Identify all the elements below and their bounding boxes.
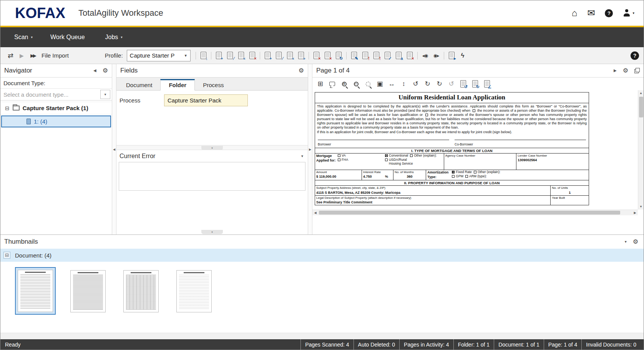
expand-panel-icon[interactable]: ▶ [614,69,617,73]
gear-icon[interactable]: ⚙ [623,68,628,74]
page-image-view[interactable]: Uniform Residential Loan Application Thi… [312,90,638,210]
process-batch-icon[interactable]: ϟ [457,50,468,61]
tree-item-document[interactable]: 1: (4) [1,116,111,127]
tab-document[interactable]: Document [118,79,160,90]
shortcuts-icon[interactable]: ⇄ [5,50,16,61]
separator[interactable] [417,52,418,59]
bottom-collapse-handle[interactable]: ▾ [116,229,308,234]
refresh-icon[interactable]: ↺ [446,79,457,89]
zoom-in-icon[interactable]: + [339,79,350,89]
delete-document-icon[interactable]: × [322,50,333,61]
note-page-icon[interactable]: ✎ [349,50,360,61]
document-type-select[interactable]: Select a document type... ▼ [0,89,112,101]
chevron-down-icon[interactable]: ▾ [301,154,303,158]
help-icon[interactable]: ? [605,9,613,17]
export-icon[interactable]: ▸ [446,50,457,61]
home-icon[interactable]: ⌂ [572,8,578,18]
play-icon[interactable]: ▶ [16,50,27,61]
checkbox-option: Fixed Rate [452,170,472,174]
vertical-scrollbar[interactable]: ▲ ▼ [638,90,644,210]
ocr-page-icon[interactable]: a [393,50,404,61]
chevron-down-icon[interactable]: ▼ [100,90,110,99]
create-document-icon[interactable]: + [262,50,273,61]
profile-select[interactable]: Capture Starter P ▼ [127,50,191,61]
merge-document-icon[interactable]: « [284,50,295,61]
rotate-page-right-icon[interactable]: ↻ [470,79,481,89]
tab-process[interactable]: Process [195,79,232,90]
delete-folder-icon[interactable]: × [247,50,258,61]
split-folder-icon[interactable]: ∕ [224,50,236,61]
gear-icon[interactable]: ⚙ [103,68,108,74]
splitter-fields[interactable]: ▶ [308,64,312,234]
separator[interactable] [196,52,196,59]
collapse-panel-icon[interactable]: ◀ [93,69,96,73]
menu-jobs[interactable]: Jobs ▾ [105,34,123,41]
rotate-ccw-icon[interactable]: ↺ [410,79,421,89]
rotate-cw-icon[interactable]: ↻ [422,79,433,89]
hide-rejected-icon[interactable]: ◉▸ [431,50,442,61]
show-rejected-icon[interactable]: ◂◉ [420,50,431,61]
zoom-select-icon[interactable] [362,79,373,89]
horizontal-scrollbar[interactable]: ◀ ▶ [312,210,638,215]
separator[interactable] [346,52,347,59]
comment-icon[interactable] [327,79,338,89]
collapse-node-icon[interactable]: ⊟ [5,106,10,111]
split-document-icon[interactable]: ∕ [273,50,284,61]
document-glyph: ▸ [449,52,455,59]
clear-review-icon[interactable]: × [404,50,415,61]
menu-scan[interactable]: Scan ▾ [14,34,33,41]
create-folder-icon[interactable]: + [213,50,224,61]
delete-page-icon[interactable]: × [311,50,322,61]
collapse-handle[interactable]: ▾ [201,146,223,150]
thumbnail-page-1[interactable] [15,267,56,315]
thumbnails-scrollbar[interactable] [0,333,644,339]
scrollbar-thumb[interactable] [639,97,643,117]
import-file-icon[interactable]: ↓ [198,50,209,61]
process-field-input[interactable]: Capture Starter Pack [164,94,248,106]
rotate-180-icon[interactable]: ↻ [434,79,445,89]
chevron-down-icon[interactable]: ▾ [625,240,627,244]
checkbox-option: Conventional [385,154,408,158]
separator[interactable] [309,52,309,59]
fast-forward-icon[interactable]: ▶▶ [27,50,38,61]
horizontal-splitter[interactable]: ▾ [116,145,308,150]
thumbnail-page-2[interactable] [67,267,109,315]
tree-item-folder[interactable]: ⊟ Capture Starter Pack (1) [0,102,112,114]
scroll-up-icon[interactable]: ▲ [638,90,644,96]
zoom-out-icon[interactable]: − [350,79,362,89]
help-icon[interactable]: ? [631,51,639,60]
thumbnail-page-3[interactable] [120,267,162,315]
reject-page-icon[interactable]: ! [360,50,371,61]
scroll-left-icon[interactable]: ◀ [312,210,318,216]
thumbnail-page-4[interactable] [173,267,215,315]
separator[interactable] [211,52,211,59]
separator[interactable] [260,52,260,59]
fit-page-icon[interactable]: ▣ [374,79,385,89]
rotate-page-left-icon[interactable]: ↺ [458,79,469,89]
gear-icon[interactable]: ⚙ [299,68,304,74]
chevron-down-icon: ▾ [632,11,634,15]
insert-document-icon[interactable]: » [295,50,307,61]
deskew-page-icon[interactable]: ∠ [481,79,493,89]
create-region-icon[interactable]: ⊞ [315,79,326,89]
scroll-right-icon[interactable]: ▶ [632,210,638,216]
tab-folder[interactable]: Folder [160,79,195,91]
fit-height-icon[interactable]: ↕ [398,79,409,89]
splitter-navigator[interactable]: ◀ [112,64,116,234]
collapse-node-icon[interactable]: ⊟ [3,252,10,259]
document-glyph: ↻ [472,80,478,88]
reject-document-icon[interactable]: ! [371,50,382,61]
scroll-down-icon[interactable]: ▼ [638,204,644,210]
scrollbar-thumb[interactable] [319,211,620,215]
collapse-handle[interactable]: ▾ [201,230,223,234]
fit-width-icon[interactable]: ↔ [386,79,397,89]
gear-icon[interactable]: ⚙ [633,239,638,245]
menu-work-queue[interactable]: Work Queue [50,34,88,41]
separator[interactable] [444,52,444,59]
merge-folder-icon[interactable]: « [236,50,247,61]
replace-page-icon[interactable]: ↻ [333,50,344,61]
popout-icon[interactable] [634,68,640,73]
unreject-icon[interactable]: ✓ [382,50,393,61]
user-menu-button[interactable]: ▾ [623,9,634,17]
inbox-icon[interactable]: ✉ [587,8,595,18]
